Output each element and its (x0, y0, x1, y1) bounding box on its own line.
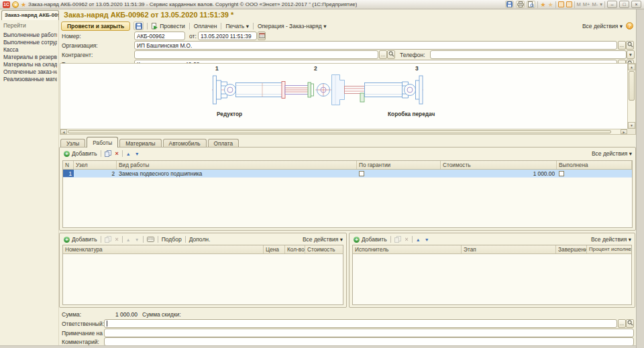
text-caret (107, 321, 107, 327)
contractor-ellipsis-button[interactable]: ... (379, 50, 387, 59)
save-icon[interactable] (505, 1, 514, 8)
print-icon[interactable] (516, 1, 525, 8)
organization-search-icon[interactable] (626, 41, 634, 50)
diagram-marker-1[interactable]: 1 (215, 65, 219, 72)
diagram-marker-3[interactable]: 3 (415, 65, 419, 72)
diagram-label-gearbox: Коробка передач (388, 111, 435, 117)
materials-delete-icon[interactable]: × (115, 237, 119, 243)
node-cell: 2 (74, 170, 117, 177)
sidebar-item-done-by-employees[interactable]: Выполненные сотрудника... (3, 39, 57, 46)
favorites-icon[interactable]: ★ (21, 1, 26, 8)
shaft-diagram-panel[interactable]: 1 2 3 (60, 63, 636, 135)
diagram-marker-2[interactable]: 2 (314, 65, 317, 72)
works-add-button[interactable]: + Добавить (63, 150, 98, 157)
minimize-button[interactable]: – (607, 1, 617, 8)
memory-plus-button[interactable]: M+ (583, 1, 590, 7)
organization-input[interactable] (134, 41, 617, 50)
open-favorites-icon[interactable]: ★ (548, 1, 553, 8)
works-move-up-icon[interactable]: ▲ (125, 151, 131, 157)
number-input[interactable] (134, 32, 185, 40)
separator (412, 236, 413, 243)
executors-table[interactable]: Исполнитель Этап Завершение Процент испо… (352, 245, 632, 305)
separator (390, 236, 391, 243)
calc-icon[interactable] (558, 1, 564, 7)
warranty-checkbox[interactable] (359, 171, 364, 176)
contractor-search-icon[interactable] (387, 50, 395, 59)
phone-dropdown-icon[interactable]: ▾ (627, 50, 635, 59)
help-icon[interactable]: ? (626, 22, 633, 30)
back-icon[interactable]: ◄ (12, 1, 19, 8)
scrollbar-corner (627, 129, 635, 134)
sidebar-item-reserved-materials[interactable]: Материалы в резерве (3, 54, 57, 61)
materials-move-up-icon[interactable]: ▲ (125, 237, 131, 243)
calendar-tool-icon[interactable] (566, 1, 572, 7)
chevron-down-icon[interactable]: ▾ (600, 1, 602, 7)
sidebar-item-paid-orders[interactable]: Оплаченные заказ-наряды (3, 68, 57, 76)
add-favorite-icon[interactable]: ★ (540, 1, 545, 8)
document-tab[interactable]: Заказ-наряд АКБ-009... (1, 10, 59, 20)
works-table-row[interactable]: 1 2 Замена подвесного подшипника 1 000.0… (63, 170, 632, 178)
materials-table[interactable]: Номенклатура Цена Кол-во Стоимость (62, 245, 343, 305)
done-checkbox[interactable] (559, 171, 564, 176)
separator (158, 236, 158, 243)
works-all-actions-button[interactable]: Все действия ▾ (592, 150, 632, 157)
driveshaft-drawing (212, 72, 423, 107)
works-move-down-icon[interactable]: ▼ (134, 151, 140, 157)
executors-add-button[interactable]: + Добавить (353, 236, 388, 243)
executors-copy-icon[interactable] (394, 236, 402, 243)
cost-cell: 1 000.00 (441, 170, 557, 177)
window-title: Заказ-наряд АКБ-00962 от 13.05.2020 11:5… (28, 1, 357, 7)
works-toolbar: + Добавить × ▲ ▼ Все действия ▾ (63, 149, 632, 158)
sidebar-item-cash[interactable]: Касса (3, 46, 57, 54)
pick-button[interactable]: Подбор (161, 236, 182, 243)
separator (122, 150, 123, 157)
sidebar-item-sold-materials[interactable]: Реализованные материалы (3, 76, 57, 83)
operation-menu-button[interactable]: Операция - Заказ-наряд ▾ (257, 23, 327, 30)
vertical-scrollbar[interactable]: ▲ ▼ (627, 64, 635, 129)
keyboard-pick-icon[interactable] (146, 237, 155, 242)
works-table[interactable]: N Узел Вид работы По гарантии Стоимость … (62, 160, 633, 228)
tab-raboty[interactable]: Работы (87, 137, 118, 148)
post-button[interactable]: Провести (151, 23, 186, 30)
calendar-icon[interactable] (258, 32, 266, 40)
executors-all-actions-button[interactable]: Все действия ▾ (591, 236, 631, 243)
maximize-button[interactable]: □ (619, 1, 629, 8)
horizontal-scrollbar[interactable]: ◄ ► (60, 129, 627, 134)
print-preview-icon[interactable] (527, 1, 535, 8)
materials-copy-icon[interactable] (104, 236, 112, 243)
works-copy-icon[interactable] (104, 150, 112, 157)
print-menu-button[interactable]: Печать ▾ (225, 23, 249, 30)
materials-all-actions-button[interactable]: Все действия ▾ (303, 236, 343, 243)
executors-delete-icon[interactable]: × (405, 237, 409, 243)
responsible-search-icon[interactable] (626, 319, 634, 328)
date-input[interactable] (198, 32, 257, 40)
works-delete-icon[interactable]: × (115, 151, 119, 157)
form-caption: Заказ-наряд АКБ-00962 от 13.05.2020 11:5… (64, 11, 233, 19)
print-note-input[interactable] (104, 329, 634, 337)
diagram-label-reducer: Редуктор (217, 111, 242, 117)
responsible-input[interactable] (104, 319, 617, 328)
post-and-close-button[interactable]: Провести и закрыть (61, 21, 130, 31)
memory-m-button[interactable]: M (577, 1, 581, 7)
executors-panel: + Добавить × ▲ ▼ Все действия ▾ Исполнит… (349, 233, 635, 308)
contractor-input[interactable] (134, 50, 378, 59)
save-icon[interactable] (133, 21, 144, 30)
phone-input[interactable] (430, 50, 627, 59)
executors-move-down-icon[interactable]: ▼ (424, 237, 430, 243)
more-button[interactable]: Дополн. (189, 236, 211, 243)
executors-move-up-icon[interactable]: ▲ (415, 237, 421, 243)
window-bottom-border (0, 345, 636, 348)
paid-button[interactable]: Оплачен (193, 23, 218, 30)
organization-ellipsis-button[interactable]: ... (618, 41, 626, 50)
responsible-ellipsis-button[interactable]: ... (618, 319, 626, 328)
materials-add-button[interactable]: + Добавить (63, 236, 98, 243)
materials-move-down-icon[interactable]: ▼ (134, 237, 140, 243)
1c-logo-icon: 1С (3, 1, 10, 8)
close-button[interactable]: × (631, 1, 641, 8)
date-label: от: (189, 33, 197, 40)
sidebar-item-done-works[interactable]: Выполненные работы (3, 32, 57, 39)
separator (221, 23, 221, 30)
memory-minus-button[interactable]: M- (592, 1, 598, 7)
all-actions-button[interactable]: Все действия ▾ (582, 23, 623, 30)
sidebar-item-stock-materials[interactable]: Материалы на складе (3, 61, 57, 68)
